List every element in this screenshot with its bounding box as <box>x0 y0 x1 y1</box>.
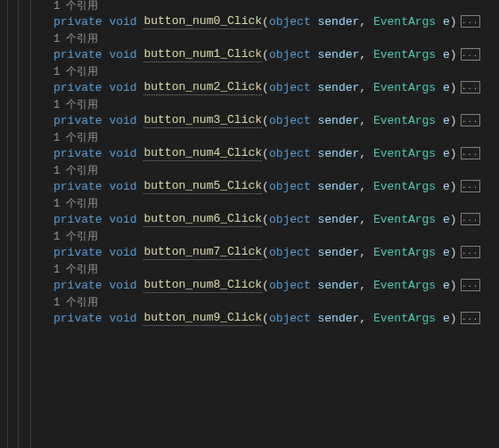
type-object: object <box>269 311 311 326</box>
space <box>311 212 318 227</box>
keyword-void: void <box>109 245 136 260</box>
param-e: e <box>443 212 450 227</box>
method-block: 1 个引用private void button_num8_Click(obje… <box>36 260 499 293</box>
close-paren: ) <box>450 212 457 227</box>
method-signature[interactable]: private void button_num1_Click(object se… <box>53 46 499 62</box>
type-eventargs: EventArgs <box>373 14 436 29</box>
indent-guide <box>30 0 31 448</box>
codelens-reference[interactable]: 1 个引用 <box>53 62 499 79</box>
space <box>137 113 144 128</box>
space <box>102 80 110 95</box>
comma: , <box>359 113 373 128</box>
code-editor[interactable]: 1 个引用private void button_num0_Click(obje… <box>36 0 499 448</box>
method-signature[interactable]: private void button_num6_Click(object se… <box>53 211 499 227</box>
param-sender: sender <box>318 245 360 260</box>
keyword-private: private <box>53 278 102 293</box>
close-paren: ) <box>450 245 457 260</box>
close-paren: ) <box>450 113 457 128</box>
method-block: 1 个引用private void button_num4_Click(obje… <box>36 128 499 161</box>
space <box>137 278 144 293</box>
collapsed-region-icon[interactable]: ... <box>461 246 480 258</box>
param-e: e <box>443 80 450 95</box>
method-signature[interactable]: private void button_num9_Click(object se… <box>53 310 499 326</box>
method-signature[interactable]: private void button_num7_Click(object se… <box>53 244 499 260</box>
collapsed-region-icon[interactable]: ... <box>461 180 480 192</box>
codelens-reference[interactable]: 1 个引用 <box>53 161 499 178</box>
method-signature[interactable]: private void button_num8_Click(object se… <box>53 277 499 293</box>
method-block: 1 个引用private void button_num5_Click(obje… <box>36 161 499 194</box>
close-paren: ) <box>450 311 457 326</box>
space <box>436 278 443 293</box>
keyword-void: void <box>109 113 136 128</box>
space <box>137 14 144 29</box>
close-paren: ) <box>450 80 457 95</box>
param-sender: sender <box>318 212 360 227</box>
codelens-reference[interactable]: 1 个引用 <box>53 0 499 13</box>
collapsed-region-icon[interactable]: ... <box>461 15 480 28</box>
param-sender: sender <box>318 47 360 62</box>
method-name: button_num7_Click <box>143 244 262 260</box>
param-e: e <box>443 245 450 260</box>
method-name: button_num0_Click <box>143 13 262 29</box>
space <box>436 179 443 194</box>
space <box>311 179 318 194</box>
method-block: 1 个引用private void button_num9_Click(obje… <box>36 293 499 326</box>
method-signature[interactable]: private void button_num0_Click(object se… <box>53 13 499 29</box>
open-paren: ( <box>262 80 269 95</box>
codelens-reference[interactable]: 1 个引用 <box>53 260 499 277</box>
space <box>311 311 318 326</box>
method-signature[interactable]: private void button_num5_Click(object se… <box>53 178 499 194</box>
method-name: button_num6_Click <box>143 211 262 227</box>
codelens-reference[interactable]: 1 个引用 <box>53 293 499 310</box>
comma: , <box>359 179 373 194</box>
keyword-void: void <box>109 278 136 293</box>
codelens-reference[interactable]: 1 个引用 <box>53 194 499 211</box>
collapsed-region-icon[interactable]: ... <box>461 48 480 61</box>
method-signature[interactable]: private void button_num2_Click(object se… <box>53 79 499 95</box>
space <box>436 113 443 128</box>
method-signature[interactable]: private void button_num4_Click(object se… <box>53 145 499 161</box>
comma: , <box>359 47 373 62</box>
keyword-private: private <box>53 311 102 326</box>
type-eventargs: EventArgs <box>373 47 436 62</box>
param-e: e <box>443 146 450 161</box>
collapsed-region-icon[interactable]: ... <box>461 114 480 126</box>
space <box>102 278 110 293</box>
method-block: 1 个引用private void button_num0_Click(obje… <box>36 0 499 29</box>
codelens-reference[interactable]: 1 个引用 <box>53 29 499 46</box>
comma: , <box>359 14 373 29</box>
close-paren: ) <box>450 179 457 194</box>
open-paren: ( <box>262 278 269 293</box>
open-paren: ( <box>262 146 269 161</box>
space <box>102 212 110 227</box>
comma: , <box>359 146 373 161</box>
param-e: e <box>443 113 450 128</box>
comma: , <box>359 212 373 227</box>
codelens-reference[interactable]: 1 个引用 <box>53 128 499 145</box>
open-paren: ( <box>262 311 269 326</box>
param-e: e <box>443 47 450 62</box>
space <box>137 212 144 227</box>
method-signature[interactable]: private void button_num3_Click(object se… <box>53 112 499 128</box>
keyword-private: private <box>53 14 102 29</box>
method-name: button_num4_Click <box>143 145 262 161</box>
space <box>137 47 144 62</box>
collapsed-region-icon[interactable]: ... <box>461 213 480 225</box>
type-object: object <box>269 146 311 161</box>
comma: , <box>359 278 373 293</box>
method-name: button_num8_Click <box>143 277 262 293</box>
space <box>311 47 318 62</box>
collapsed-region-icon[interactable]: ... <box>461 279 480 291</box>
codelens-reference[interactable]: 1 个引用 <box>53 227 499 244</box>
collapsed-region-icon[interactable]: ... <box>461 312 480 324</box>
keyword-private: private <box>53 113 102 128</box>
collapsed-region-icon[interactable]: ... <box>461 147 480 159</box>
keyword-void: void <box>109 212 136 227</box>
type-eventargs: EventArgs <box>373 146 436 161</box>
codelens-reference[interactable]: 1 个引用 <box>53 95 499 112</box>
param-sender: sender <box>318 278 360 293</box>
method-block: 1 个引用private void button_num3_Click(obje… <box>36 95 499 128</box>
collapsed-region-icon[interactable]: ... <box>461 81 480 94</box>
space <box>137 245 144 260</box>
space <box>311 146 318 161</box>
